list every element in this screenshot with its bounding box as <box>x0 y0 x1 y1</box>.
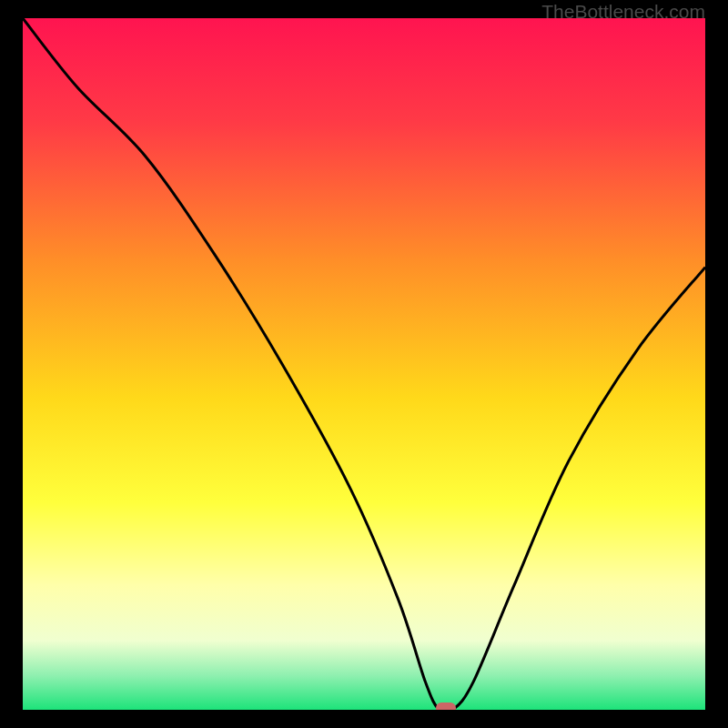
chart-frame: TheBottleneck.com <box>0 0 728 728</box>
optimal-marker <box>436 703 456 710</box>
attribution-text: TheBottleneck.com <box>541 1 705 23</box>
bottleneck-curve <box>23 18 705 710</box>
plot-area <box>23 18 705 710</box>
